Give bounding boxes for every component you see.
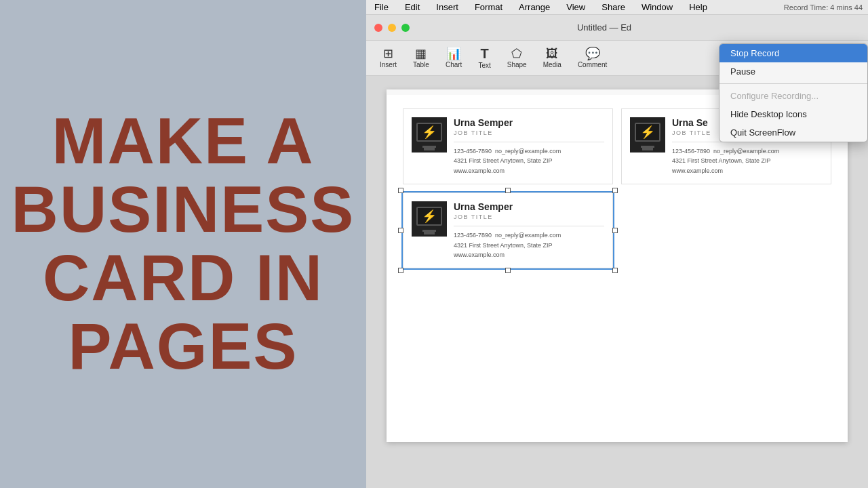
left-panel: MAKE A BUSINESS CARD IN PAGES bbox=[0, 0, 366, 488]
screenflow-dropdown: Stop Record Pause Configure Recording...… bbox=[719, 43, 868, 142]
maximize-button[interactable] bbox=[401, 24, 410, 32]
menu-help[interactable]: Help bbox=[686, 2, 710, 12]
table-icon: ▦ bbox=[415, 47, 427, 60]
comment-button[interactable]: 💬 Comment bbox=[572, 45, 612, 71]
chart-label: Chart bbox=[446, 61, 462, 68]
handle-ml[interactable] bbox=[398, 228, 403, 233]
business-card-3[interactable]: ⚡ Urna Semper JOB TITLE 123-456-7890 no_… bbox=[403, 192, 613, 268]
card-name-3: Urna Semper bbox=[454, 201, 604, 212]
card-divider-3 bbox=[454, 226, 604, 226]
menu-share[interactable]: Share bbox=[599, 2, 628, 12]
insert-button[interactable]: ⊞ Insert bbox=[374, 45, 402, 71]
shape-button[interactable]: ⬠ Shape bbox=[502, 45, 532, 71]
table-label: Table bbox=[413, 61, 429, 68]
media-icon: 🖼 bbox=[546, 47, 558, 60]
pause-item[interactable]: Pause bbox=[719, 62, 867, 81]
card-job-1: JOB TITLE bbox=[454, 129, 604, 136]
handle-bc[interactable] bbox=[505, 268, 511, 273]
lightning-icon-2: ⚡ bbox=[640, 125, 655, 140]
menu-view[interactable]: View bbox=[564, 2, 588, 12]
handle-tr[interactable] bbox=[612, 188, 618, 193]
menu-format[interactable]: Format bbox=[472, 2, 505, 12]
chart-icon: 📊 bbox=[446, 47, 461, 60]
handle-tc[interactable] bbox=[505, 188, 511, 193]
menubar: File Edit Insert Format Arrange View Sha… bbox=[366, 0, 868, 15]
minimize-button[interactable] bbox=[388, 24, 396, 32]
lightning-icon: ⚡ bbox=[422, 125, 437, 140]
card-contact-3: 123-456-7890 no_reply@example.com 4321 F… bbox=[454, 230, 604, 260]
card-job-3: JOB TITLE bbox=[454, 214, 604, 220]
menu-arrange[interactable]: Arrange bbox=[516, 2, 553, 12]
table-button[interactable]: ▦ Table bbox=[408, 45, 435, 71]
media-label: Media bbox=[543, 61, 561, 68]
monitor-stand-2 bbox=[642, 147, 653, 150]
insert-label: Insert bbox=[380, 61, 397, 68]
chart-button[interactable]: 📊 Chart bbox=[440, 45, 467, 71]
handle-mr[interactable] bbox=[612, 228, 618, 233]
comment-label: Comment bbox=[578, 61, 607, 68]
comment-icon: 💬 bbox=[585, 47, 600, 60]
stop-record-item[interactable]: Stop Record bbox=[719, 44, 867, 62]
monitor-screen-2: ⚡ bbox=[635, 123, 660, 142]
card-divider-1 bbox=[454, 142, 604, 142]
titlebar: Untitled — Ed Stop Record Pause Configur… bbox=[366, 15, 868, 41]
card-info-3: Urna Semper JOB TITLE 123-456-7890 no_re… bbox=[454, 201, 604, 260]
hide-desktop-icons-item[interactable]: Hide Desktop Icons bbox=[719, 105, 867, 123]
card-info-1: Urna Semper JOB TITLE 123-456-7890 no_re… bbox=[454, 117, 604, 176]
monitor-stand-3 bbox=[424, 231, 435, 235]
text-label: Text bbox=[478, 62, 490, 69]
document-page: ⚡ Urna Semper JOB TITLE 123-456-7890 no_… bbox=[387, 89, 848, 442]
close-button[interactable] bbox=[374, 24, 382, 32]
card-contact-1: 123-456-7890 no_reply@example.com 4321 F… bbox=[454, 146, 604, 176]
menu-file[interactable]: File bbox=[372, 2, 391, 12]
monitor-stand bbox=[424, 147, 435, 150]
lightning-icon-3: ⚡ bbox=[422, 209, 437, 224]
text-icon: T bbox=[480, 47, 488, 60]
card-icon-2: ⚡ bbox=[630, 117, 665, 152]
card-name-1: Urna Semper bbox=[454, 117, 604, 128]
title-line1: MAKE A bbox=[52, 104, 314, 177]
insert-icon: ⊞ bbox=[383, 47, 393, 60]
media-button[interactable]: 🖼 Media bbox=[538, 45, 567, 71]
title-line3: CARD IN bbox=[43, 241, 323, 314]
title-line4: PAGES bbox=[68, 310, 298, 382]
monitor-screen: ⚡ bbox=[416, 123, 442, 142]
pages-app: File Edit Insert Format Arrange View Sha… bbox=[366, 0, 868, 488]
title-line2: BUSINESS bbox=[12, 173, 355, 245]
menu-edit[interactable]: Edit bbox=[402, 2, 422, 12]
menu-window[interactable]: Window bbox=[639, 2, 675, 12]
shape-icon: ⬠ bbox=[511, 47, 522, 60]
handle-br[interactable] bbox=[612, 268, 618, 273]
menu-separator bbox=[719, 83, 867, 84]
record-time: Record Time: 4 mins 44 bbox=[784, 3, 863, 12]
monitor-screen-3: ⚡ bbox=[416, 207, 442, 226]
card-icon-1: ⚡ bbox=[412, 117, 447, 152]
handle-bl[interactable] bbox=[398, 268, 403, 273]
card-icon-3: ⚡ bbox=[412, 201, 447, 237]
menu-insert[interactable]: Insert bbox=[433, 2, 461, 12]
handle-tl[interactable] bbox=[398, 188, 403, 193]
shape-label: Shape bbox=[507, 61, 527, 68]
text-button[interactable]: T Text bbox=[473, 44, 496, 72]
quit-screenflow-item[interactable]: Quit ScreenFlow bbox=[719, 123, 867, 142]
configure-recording-item: Configure Recording... bbox=[719, 87, 867, 105]
business-card-1[interactable]: ⚡ Urna Semper JOB TITLE 123-456-7890 no_… bbox=[403, 108, 613, 184]
card-contact-2: 123-456-7890 no_reply@example.com 4321 F… bbox=[672, 146, 823, 176]
document-title: Untitled — Ed bbox=[410, 22, 799, 33]
tutorial-title: MAKE A BUSINESS CARD IN PAGES bbox=[12, 107, 355, 380]
